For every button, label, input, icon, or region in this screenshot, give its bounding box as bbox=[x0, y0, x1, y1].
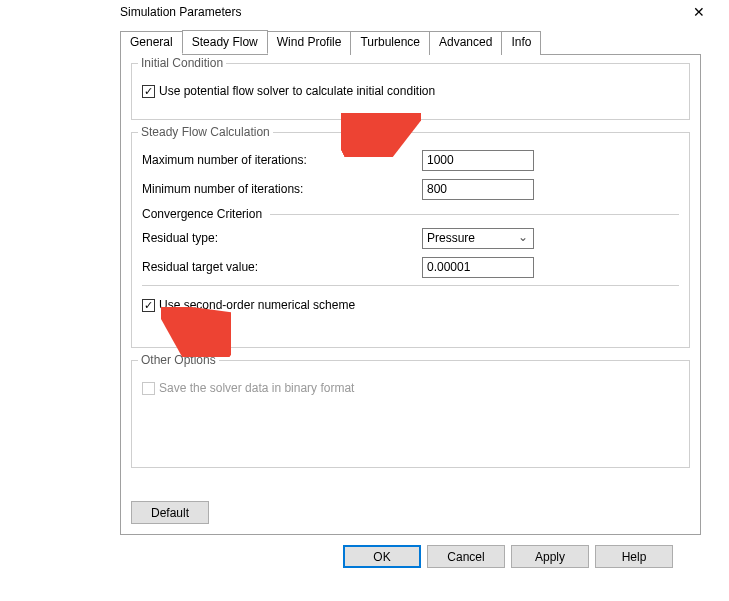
label-max-iter: Maximum number of iterations: bbox=[142, 153, 422, 167]
window-title: Simulation Parameters bbox=[120, 5, 241, 19]
row-use-potential: ✓ Use potential flow solver to calculate… bbox=[142, 80, 679, 102]
titlebar: Simulation Parameters ✕ bbox=[0, 0, 729, 30]
label-min-iter: Minimum number of iterations: bbox=[142, 182, 422, 196]
ok-button[interactable]: OK bbox=[343, 545, 421, 568]
tab-bar: General Steady Flow Wind Profile Turbule… bbox=[120, 30, 701, 55]
group-title-other: Other Options bbox=[138, 353, 219, 367]
label-second-order: Use second-order numerical scheme bbox=[159, 298, 355, 312]
dialog-button-bar: OK Cancel Apply Help bbox=[120, 535, 701, 568]
tab-advanced[interactable]: Advanced bbox=[429, 31, 502, 55]
row-second-order: ✓ Use second-order numerical scheme bbox=[142, 294, 679, 316]
label-residual-target: Residual target value: bbox=[142, 260, 422, 274]
apply-button[interactable]: Apply bbox=[511, 545, 589, 568]
group-other-options: Other Options Save the solver data in bi… bbox=[131, 360, 690, 468]
group-title-initial: Initial Condition bbox=[138, 56, 226, 70]
checkbox-second-order[interactable]: ✓ bbox=[142, 299, 155, 312]
label-save-binary: Save the solver data in binary format bbox=[159, 381, 354, 395]
label-use-potential: Use potential flow solver to calculate i… bbox=[159, 84, 435, 98]
tab-general[interactable]: General bbox=[120, 31, 183, 55]
tab-info[interactable]: Info bbox=[501, 31, 541, 55]
group-steady-flow-calc: Steady Flow Calculation Maximum number o… bbox=[131, 132, 690, 348]
tab-wind-profile[interactable]: Wind Profile bbox=[267, 31, 352, 55]
select-residual-type[interactable]: Pressure bbox=[422, 228, 534, 249]
input-min-iter[interactable] bbox=[422, 179, 534, 200]
input-max-iter[interactable] bbox=[422, 150, 534, 171]
label-residual-type: Residual type: bbox=[142, 231, 422, 245]
checkbox-save-binary bbox=[142, 382, 155, 395]
group-title-steady: Steady Flow Calculation bbox=[138, 125, 273, 139]
tab-steady-flow[interactable]: Steady Flow bbox=[182, 30, 268, 54]
cancel-button[interactable]: Cancel bbox=[427, 545, 505, 568]
label-convergence: Convergence Criterion bbox=[142, 207, 262, 221]
divider-convergence bbox=[270, 214, 679, 215]
dialog-content: General Steady Flow Wind Profile Turbule… bbox=[0, 30, 729, 568]
checkbox-use-potential[interactable]: ✓ bbox=[142, 85, 155, 98]
default-button[interactable]: Default bbox=[131, 501, 209, 524]
select-residual-type-value: Pressure bbox=[427, 231, 475, 245]
close-icon[interactable]: ✕ bbox=[679, 4, 719, 20]
help-button[interactable]: Help bbox=[595, 545, 673, 568]
row-save-binary: Save the solver data in binary format bbox=[142, 377, 679, 399]
divider-second-order bbox=[142, 285, 679, 286]
input-residual-target[interactable] bbox=[422, 257, 534, 278]
group-initial-condition: Initial Condition ✓ Use potential flow s… bbox=[131, 63, 690, 120]
tab-panel-steady-flow: Initial Condition ✓ Use potential flow s… bbox=[120, 55, 701, 535]
tab-turbulence[interactable]: Turbulence bbox=[350, 31, 430, 55]
